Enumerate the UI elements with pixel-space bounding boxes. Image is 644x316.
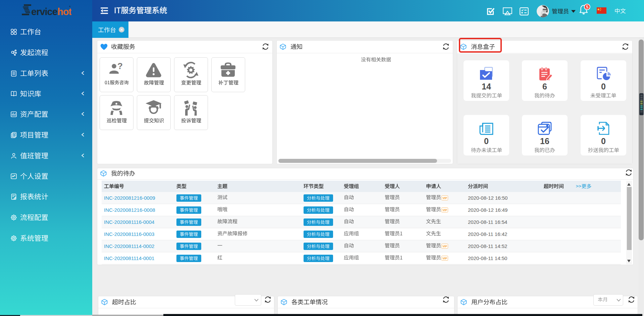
- svg-text:?: ?: [117, 62, 123, 71]
- svg-text:ervice: ervice: [31, 6, 58, 17]
- svg-text:hot: hot: [57, 6, 71, 17]
